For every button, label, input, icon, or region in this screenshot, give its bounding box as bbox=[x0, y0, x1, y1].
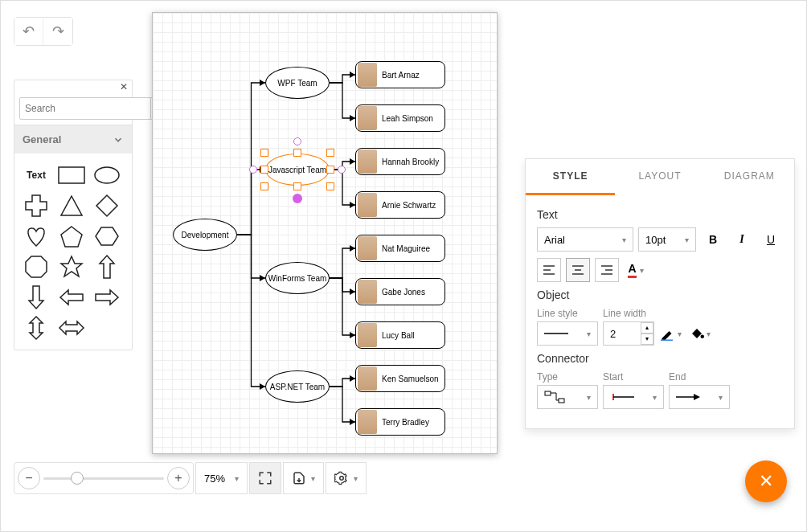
svg-marker-25 bbox=[350, 332, 355, 338]
shape-text[interactable]: Text bbox=[19, 162, 53, 189]
avatar bbox=[358, 410, 377, 434]
chevron-down-icon: ▾ bbox=[678, 329, 682, 338]
font-family-select[interactable]: Arial▾ bbox=[537, 227, 633, 252]
selection-handle[interactable] bbox=[326, 166, 334, 174]
selection-handle[interactable] bbox=[293, 182, 301, 190]
palette-section-header[interactable]: General bbox=[14, 125, 132, 153]
shape-heart[interactable] bbox=[19, 223, 53, 250]
shape-ellipse[interactable] bbox=[90, 162, 124, 189]
person-card-label: Ken Samuelson bbox=[382, 374, 439, 383]
node-person[interactable]: Nat Maguiree bbox=[355, 235, 445, 262]
node-person[interactable]: Arnie Schwartz bbox=[355, 191, 445, 219]
node-person[interactable]: Leah Simpson bbox=[355, 104, 445, 132]
svg-rect-42 bbox=[559, 399, 564, 403]
line-width-up[interactable]: ▴ bbox=[641, 322, 653, 334]
shape-octagon[interactable] bbox=[19, 253, 53, 280]
rotate-handle[interactable] bbox=[293, 194, 302, 203]
node-team[interactable]: WPF Team bbox=[265, 67, 330, 99]
svg-marker-22 bbox=[260, 275, 265, 281]
shape-search-input[interactable] bbox=[19, 97, 151, 120]
underline-button[interactable]: U bbox=[759, 227, 783, 252]
line-width-down[interactable]: ▾ bbox=[641, 334, 653, 345]
shape-arrow-down[interactable] bbox=[19, 284, 53, 311]
svg-marker-4 bbox=[61, 196, 82, 215]
shape-arrow-vertical[interactable] bbox=[19, 314, 53, 342]
align-right-button[interactable] bbox=[595, 258, 619, 282]
node-team[interactable]: Javascript Team bbox=[265, 153, 330, 186]
node-team[interactable]: WinForms Team bbox=[265, 262, 330, 294]
bold-button[interactable]: B bbox=[701, 227, 725, 252]
connection-port[interactable] bbox=[249, 166, 257, 174]
redo-button[interactable]: ↷ bbox=[43, 18, 72, 45]
stroke-color-button[interactable]: ▾ bbox=[659, 321, 683, 346]
person-card-label: Bart Arnaz bbox=[382, 71, 420, 80]
selection-handle[interactable] bbox=[260, 166, 268, 174]
shape-triangle[interactable] bbox=[55, 192, 88, 219]
line-width-input[interactable]: 2 ▴ ▾ bbox=[603, 321, 654, 346]
node-person[interactable]: Hannah Brookly bbox=[355, 148, 445, 175]
avatar bbox=[358, 366, 377, 391]
shape-arrow-right[interactable] bbox=[90, 284, 124, 311]
connection-port[interactable] bbox=[293, 137, 301, 145]
shape-rectangle[interactable] bbox=[55, 162, 88, 189]
node-team[interactable]: ASP.NET Team bbox=[265, 370, 330, 403]
chevron-down-icon: ▾ bbox=[653, 393, 657, 402]
connection-port[interactable] bbox=[338, 166, 346, 174]
settings-button[interactable]: ▾ bbox=[326, 462, 367, 494]
svg-rect-39 bbox=[661, 340, 673, 342]
undo-button[interactable]: ↶ bbox=[14, 18, 43, 45]
svg-marker-17 bbox=[350, 72, 355, 78]
node-root[interactable]: Development bbox=[173, 219, 237, 251]
selection-handle[interactable] bbox=[326, 149, 334, 157]
tab-style[interactable]: STYLE bbox=[526, 159, 615, 195]
zoom-in-button[interactable]: + bbox=[167, 467, 190, 489]
shape-arrow-left[interactable] bbox=[55, 284, 88, 311]
svg-marker-16 bbox=[260, 80, 265, 86]
diagram-canvas[interactable]: DevelopmentWPF TeamBart ArnazLeah Simpso… bbox=[152, 12, 498, 454]
avatar bbox=[358, 236, 377, 260]
connector-end-select[interactable]: ▾ bbox=[669, 385, 730, 409]
selection-handle[interactable] bbox=[326, 182, 334, 190]
tab-layout[interactable]: LAYOUT bbox=[615, 159, 704, 195]
shape-cross[interactable] bbox=[19, 192, 53, 219]
shape-arrow-up[interactable] bbox=[90, 253, 124, 280]
tab-diagram[interactable]: DIAGRAM bbox=[705, 159, 794, 195]
palette-close-icon[interactable]: ✕ bbox=[14, 80, 132, 92]
node-person[interactable]: Ken Samuelson bbox=[355, 365, 445, 392]
svg-point-3 bbox=[95, 167, 119, 183]
node-person[interactable]: Bart Arnaz bbox=[355, 61, 445, 88]
line-style-select[interactable]: ▾ bbox=[537, 321, 598, 346]
chevron-down-icon: ▾ bbox=[587, 393, 591, 402]
fullscreen-button[interactable] bbox=[249, 462, 281, 494]
export-button[interactable]: ▾ bbox=[283, 462, 324, 494]
shape-pentagon[interactable] bbox=[55, 223, 88, 250]
svg-marker-5 bbox=[96, 195, 117, 216]
avatar bbox=[358, 149, 377, 174]
shape-arrow-horizontal[interactable] bbox=[55, 314, 88, 342]
close-fab[interactable]: ✕ bbox=[745, 460, 787, 502]
chevron-down-icon: ▾ bbox=[707, 329, 711, 338]
zoom-level-value: 75% bbox=[204, 473, 225, 485]
zoom-slider[interactable] bbox=[43, 477, 164, 480]
connector-type-select[interactable]: ▾ bbox=[537, 385, 598, 409]
connector-start-select[interactable]: ▾ bbox=[603, 385, 664, 409]
shape-diamond[interactable] bbox=[90, 192, 124, 219]
zoom-out-button[interactable]: − bbox=[18, 467, 40, 489]
shape-hexagon[interactable] bbox=[90, 223, 124, 250]
text-color-button[interactable]: A▾ bbox=[624, 258, 648, 282]
line-width-label: Line width bbox=[603, 308, 654, 319]
shape-star[interactable] bbox=[55, 253, 88, 280]
align-center-button[interactable] bbox=[566, 258, 590, 282]
zoom-level-select[interactable]: 75% ▾ bbox=[195, 462, 248, 494]
selection-handle[interactable] bbox=[293, 149, 301, 157]
align-left-button[interactable] bbox=[537, 258, 561, 282]
node-person[interactable]: Lucy Ball bbox=[355, 321, 445, 349]
person-card-label: Arnie Schwartz bbox=[382, 201, 436, 210]
font-size-select[interactable]: 10pt▾ bbox=[638, 227, 696, 252]
node-person[interactable]: Gabe Jones bbox=[355, 278, 445, 305]
fill-color-button[interactable]: ▾ bbox=[688, 321, 712, 346]
selection-handle[interactable] bbox=[260, 149, 268, 157]
selection-handle[interactable] bbox=[260, 182, 268, 190]
node-person[interactable]: Terry Bradley bbox=[355, 408, 445, 436]
italic-button[interactable]: I bbox=[730, 227, 754, 252]
